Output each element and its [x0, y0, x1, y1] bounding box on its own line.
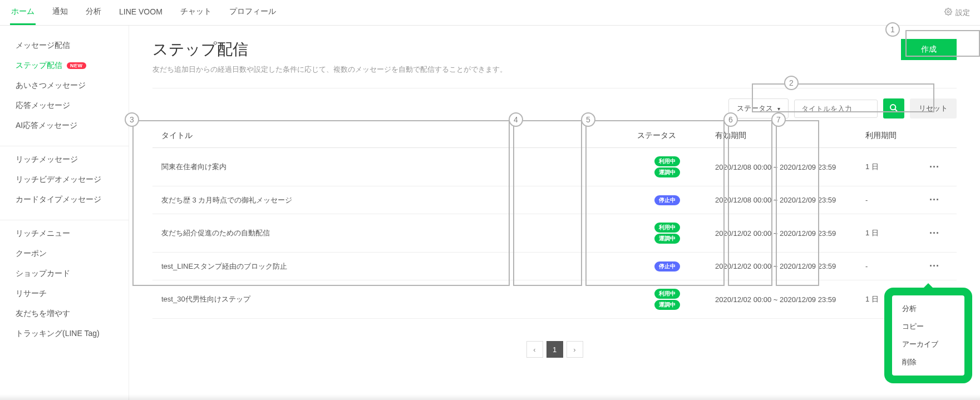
- main-content: 1 2 3 4 5 6 7 ステップ配信 友だち追加日からの経過日数や設定した条…: [129, 26, 980, 400]
- status-pill-using: 利用中: [654, 156, 680, 166]
- sidebar-item-label: カードタイプメッセージ: [16, 195, 101, 205]
- status-pill-using: 利用中: [654, 223, 680, 233]
- table-row[interactable]: 友だち歴 3 カ月時点での御礼メッセージ停止中2020/12/08 00:00 …: [152, 186, 957, 214]
- sidebar-item-2-4[interactable]: 友だちを増やす: [0, 304, 129, 324]
- col-title: タイトル: [152, 124, 628, 148]
- page-next-button[interactable]: ›: [567, 341, 583, 358]
- status-pill-stopped: 停止中: [654, 195, 680, 205]
- table-row[interactable]: 友だち紹介促進のための自動配信利用中運調中2020/12/02 00:00 ~ …: [152, 214, 957, 253]
- row-menu-button[interactable]: ···: [912, 186, 957, 214]
- cell-usage: -: [856, 253, 912, 280]
- page-prev-button[interactable]: ‹: [526, 341, 543, 358]
- dots-icon: ···: [929, 161, 939, 172]
- search-input[interactable]: [794, 100, 878, 118]
- sidebar-divider: [0, 220, 129, 220]
- sidebar-item-label: リサーチ: [16, 289, 47, 299]
- cell-status: 停止中: [628, 253, 706, 280]
- settings-link[interactable]: 設定: [944, 8, 970, 18]
- svg-line-2: [895, 109, 897, 111]
- status-pill-running: 運調中: [654, 234, 680, 244]
- page-description: 友だち追加日からの経過日数や設定した条件に応じて、複数のメッセージを自動で配信す…: [152, 65, 507, 75]
- topnav-tab-1[interactable]: 通知: [51, 0, 69, 25]
- search-icon: [889, 103, 898, 114]
- callout-3: 3: [125, 112, 139, 127]
- status-dropdown-label: ステータス: [737, 103, 773, 113]
- svg-point-1: [890, 105, 895, 110]
- gear-icon: [944, 8, 952, 17]
- search-button[interactable]: [883, 98, 904, 118]
- pagination: ‹ 1 ›: [152, 341, 957, 358]
- callout-4: 4: [509, 112, 523, 127]
- page-title: ステップ配信: [152, 39, 507, 60]
- col-status: ステータス: [628, 124, 706, 148]
- sidebar-item-0-0[interactable]: メッセージ配信: [0, 36, 129, 56]
- callout-7: 7: [771, 112, 786, 127]
- cell-valid-period: 2020/12/02 00:00 ~ 2020/12/09 23:59: [706, 214, 856, 253]
- svg-point-0: [947, 11, 949, 13]
- topnav-tab-3[interactable]: LINE VOOM: [118, 0, 164, 25]
- callout-5: 5: [581, 112, 595, 127]
- sidebar-item-0-2[interactable]: あいさつメッセージ: [0, 76, 129, 96]
- row-menu-button[interactable]: ···: [912, 214, 957, 253]
- sidebar: メッセージ配信ステップ配信NEWあいさつメッセージ応答メッセージAI応答メッセー…: [0, 26, 129, 400]
- cell-title: test_30代男性向けステップ: [152, 280, 628, 319]
- settings-label: 設定: [956, 8, 970, 18]
- page-number-button[interactable]: 1: [546, 341, 563, 358]
- table-row[interactable]: test_LINEスタンプ経由のブロック防止停止中2020/12/02 00:0…: [152, 253, 957, 280]
- sidebar-item-0-1[interactable]: ステップ配信NEW: [0, 56, 129, 76]
- topnav-tab-0[interactable]: ホーム: [10, 0, 36, 25]
- callout-6: 6: [723, 112, 738, 127]
- sidebar-item-label: リッチビデオメッセージ: [16, 175, 101, 185]
- context-menu-item-2[interactable]: アーカイブ: [892, 335, 964, 353]
- cell-status: 停止中: [628, 186, 706, 214]
- create-button[interactable]: 作成: [901, 39, 957, 60]
- dots-icon: ···: [929, 228, 939, 239]
- topnav-tab-4[interactable]: チャット: [179, 0, 213, 25]
- cell-valid-period: 2020/12/08 00:00 ~ 2020/12/09 23:59: [706, 186, 856, 214]
- status-pill-running: 運調中: [654, 300, 680, 310]
- cell-title: test_LINEスタンプ経由のブロック防止: [152, 253, 628, 280]
- context-menu-item-0[interactable]: 分析: [892, 300, 964, 318]
- table-row[interactable]: test_30代男性向けステップ利用中運調中2020/12/02 00:00 ~…: [152, 280, 957, 319]
- sidebar-item-label: ステップ配信: [16, 61, 62, 71]
- sidebar-item-label: メッセージ配信: [16, 41, 70, 51]
- cell-valid-period: 2020/12/02 00:00 ~ 2020/12/09 23:59: [706, 253, 856, 280]
- sidebar-item-2-0[interactable]: リッチメニュー: [0, 224, 129, 244]
- sidebar-item-1-1[interactable]: リッチビデオメッセージ: [0, 170, 129, 190]
- chevron-down-icon: ▾: [777, 106, 780, 112]
- context-menu-item-1[interactable]: コピー: [892, 318, 964, 335]
- reset-button[interactable]: リセット: [910, 98, 957, 118]
- col-valid-period: 有効期間: [706, 124, 856, 148]
- table-row[interactable]: 関東在住者向け案内利用中運調中2020/12/08 00:00 ~ 2020/1…: [152, 148, 957, 186]
- topnav-tab-5[interactable]: プロフィール: [228, 0, 277, 25]
- col-usage-period: 利用期間: [856, 124, 912, 148]
- sidebar-item-label: あいさつメッセージ: [16, 81, 86, 91]
- topnav-tab-2[interactable]: 分析: [85, 0, 102, 25]
- chevron-right-icon: ›: [573, 345, 575, 354]
- callout-2: 2: [784, 76, 799, 90]
- sidebar-item-2-3[interactable]: リサーチ: [0, 284, 129, 304]
- callout-1: 1: [885, 22, 900, 37]
- context-menu-item-3[interactable]: 削除: [892, 353, 964, 371]
- sidebar-item-2-1[interactable]: クーポン: [0, 244, 129, 264]
- cell-valid-period: 2020/12/08 00:00 ~ 2020/12/09 23:59: [706, 148, 856, 186]
- sidebar-item-1-0[interactable]: リッチメッセージ: [0, 150, 129, 170]
- sidebar-item-2-5[interactable]: トラッキング(LINE Tag): [0, 324, 129, 344]
- sidebar-item-label: トラッキング(LINE Tag): [16, 329, 100, 339]
- cell-status: 利用中運調中: [628, 148, 706, 186]
- status-pill-stopped: 停止中: [654, 261, 680, 271]
- row-menu-button[interactable]: ···: [912, 148, 957, 186]
- dots-icon: ···: [929, 260, 939, 271]
- sidebar-item-1-2[interactable]: カードタイプメッセージ: [0, 190, 129, 210]
- sidebar-item-label: ショップカード: [16, 269, 70, 279]
- sidebar-item-0-3[interactable]: 応答メッセージ: [0, 96, 129, 116]
- sidebar-item-0-4[interactable]: AI応答メッセージ: [0, 116, 129, 136]
- divider: [152, 88, 957, 88]
- cell-usage: -: [856, 186, 912, 214]
- col-menu: [912, 124, 957, 148]
- cell-title: 友だち紹介促進のための自動配信: [152, 214, 628, 253]
- sidebar-item-label: クーポン: [16, 249, 47, 259]
- sidebar-item-2-2[interactable]: ショップカード: [0, 264, 129, 284]
- sidebar-item-label: リッチメニュー: [16, 229, 70, 239]
- status-pill-running: 運調中: [654, 167, 680, 177]
